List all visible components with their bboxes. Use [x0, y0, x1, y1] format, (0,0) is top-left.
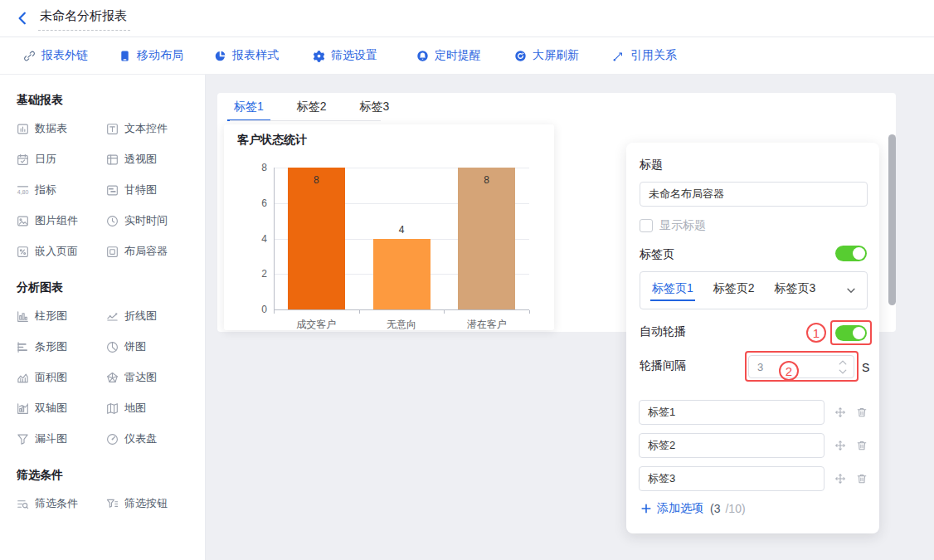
sidebar-section-title: 筛选条件 [17, 468, 205, 483]
canvas-tab-3[interactable]: 标签3 [357, 98, 393, 121]
sidebar-item-image[interactable]: 图片组件 [17, 213, 106, 228]
trash-icon[interactable] [856, 440, 868, 451]
sidebar-item-column-chart[interactable]: 柱形图 [17, 309, 106, 324]
move-icon[interactable] [834, 440, 846, 451]
sidebar-item-gauge[interactable]: 仪表盘 [106, 431, 196, 446]
sidebar-item-text-widget[interactable]: 文本控件 [106, 121, 196, 136]
show-title-checkbox[interactable] [640, 219, 653, 232]
sidebar-item-label: 雷达图 [124, 370, 157, 385]
sidebar-item-area-chart[interactable]: 面积图 [17, 370, 106, 385]
chevron-down-icon[interactable] [845, 285, 857, 296]
svg-text:4,80: 4,80 [17, 188, 29, 194]
toolbar-item-filter-settings[interactable]: 筛选设置 [313, 37, 377, 74]
panel-tab-page-1[interactable]: 标签页1 [650, 278, 695, 303]
sidebar-item-gantt[interactable]: 甘特图 [106, 183, 196, 197]
sidebar-item-label: 实时时间 [124, 213, 168, 228]
toolbar-item-report-link[interactable]: 报表外链 [23, 37, 88, 74]
column-chart-icon [17, 310, 29, 323]
toolbar-item-screen-refresh[interactable]: 大屏刷新 [514, 37, 579, 74]
sidebar-item-filter-button[interactable]: 筛选按钮 [106, 496, 196, 511]
sidebar-item-label: 布局容器 [124, 244, 168, 259]
x-axis [274, 309, 529, 310]
move-icon[interactable] [834, 473, 846, 485]
mobile-icon [119, 50, 131, 62]
toggle-knob [853, 247, 865, 260]
spinner-up-icon[interactable] [839, 358, 847, 367]
trash-icon[interactable] [856, 473, 868, 485]
toolbar-item-mobile-layout[interactable]: 移动布局 [119, 37, 183, 74]
add-option-button[interactable]: 添加选项 [657, 501, 703, 516]
sidebar-item-label: 筛选按钮 [124, 496, 168, 511]
show-title-row: 显示标题 [640, 218, 706, 233]
option-count-current: (3 [710, 502, 720, 515]
sidebar-item-line-chart[interactable]: 折线图 [106, 309, 196, 324]
pie-icon [214, 50, 226, 62]
refresh-icon [514, 50, 527, 62]
gauge-icon [106, 433, 119, 446]
canvas-tab-1[interactable]: 标签1 [231, 98, 267, 121]
sidebar-item-label: 数据表 [35, 121, 67, 136]
y-tick-label: 8 [247, 162, 267, 173]
canvas-tab-strip: 标签1标签2标签3 [231, 98, 392, 121]
tabs-toggle[interactable] [835, 246, 867, 261]
option-input-2[interactable] [639, 433, 825, 458]
sidebar-item-container[interactable]: 布局容器 [106, 244, 196, 259]
sidebar-item-calendar[interactable]: 日历 [17, 152, 106, 167]
plus-icon[interactable] [640, 503, 652, 514]
toolbar-item-label: 定时提醒 [435, 48, 481, 63]
sidebar-item-filter-condition[interactable]: 筛选条件 [17, 496, 106, 511]
chart-card[interactable]: 客户状态统计 024688成交客户4无意向8潜在客户 [224, 124, 554, 330]
sidebar-item-radar-chart[interactable]: 雷达图 [106, 370, 196, 385]
container-title-input[interactable] [640, 182, 868, 207]
vertical-scrollbar[interactable] [888, 134, 896, 305]
panel-tab-page-2[interactable]: 标签页2 [712, 278, 756, 303]
spinner-down-icon[interactable] [839, 367, 847, 376]
pivot-icon [106, 153, 119, 166]
bar-成交客户[interactable] [288, 168, 345, 309]
toolbar-item-label: 大屏刷新 [533, 48, 579, 63]
back-icon[interactable] [15, 10, 32, 27]
sidebar-item-realtime[interactable]: 实时时间 [106, 213, 196, 228]
number-spinner [835, 357, 850, 377]
bar-潜在客户[interactable] [458, 168, 515, 309]
canvas-tab-2[interactable]: 标签2 [294, 98, 330, 121]
move-icon[interactable] [834, 407, 846, 418]
auto-carousel-toggle[interactable] [835, 325, 867, 341]
sidebar-item-pie-chart[interactable]: 饼图 [106, 339, 196, 354]
sidebar-item-label: 筛选条件 [35, 496, 78, 511]
option-input-3[interactable] [639, 466, 825, 491]
settings-panel: 标题 显示标题 标签页 标签页1标签页2标签页3 自动轮播 1 轮播间隔 2 S… [626, 143, 879, 533]
sidebar-item-dual-axis[interactable]: 双轴图 [17, 401, 106, 416]
sidebar-item-label: 日历 [35, 152, 56, 167]
option-count-total: /10) [725, 502, 745, 515]
sidebar-item-metric[interactable]: 4,80指标 [17, 183, 106, 197]
bar-无意向[interactable] [373, 239, 431, 310]
sidebar-item-pivot[interactable]: 透视图 [106, 152, 196, 167]
option-input-1[interactable] [639, 400, 825, 425]
title-field-label: 标题 [640, 158, 663, 173]
toolbar-item-report-style[interactable]: 报表样式 [214, 37, 279, 74]
sidebar-item-bar-chart[interactable]: 条形图 [17, 339, 106, 354]
option-row-3 [639, 466, 868, 491]
sidebar-item-label: 甘特图 [124, 183, 157, 197]
toolbar-item-timed-reminder[interactable]: 定时提醒 [416, 37, 481, 74]
map-icon [106, 402, 119, 415]
x-category-label: 潜在客户 [444, 318, 529, 332]
sidebar-item-embed-page[interactable]: 嵌入页面 [17, 244, 106, 259]
funnel-icon [17, 433, 29, 446]
toolbar-item-reference-relation[interactable]: 引用关系 [612, 37, 677, 74]
chart-title: 客户状态统计 [237, 133, 307, 148]
calendar-icon [17, 153, 29, 166]
link-icon [23, 50, 36, 62]
sidebar-item-data-table[interactable]: 数据表 [17, 121, 106, 136]
page-title[interactable]: 未命名分析报表 [38, 7, 130, 31]
filter-lines-icon [17, 498, 29, 510]
bar-chart-icon [17, 341, 29, 353]
sidebar-item-funnel[interactable]: 漏斗图 [17, 431, 106, 446]
sidebar: 基础报表数据表文本控件日历透视图4,80指标甘特图图片组件实时时间嵌入页面布局容… [0, 75, 206, 560]
trash-icon[interactable] [856, 407, 868, 418]
bar-value-label: 4 [373, 224, 431, 236]
pie2-icon [106, 341, 119, 353]
sidebar-item-map[interactable]: 地图 [106, 401, 196, 416]
panel-tab-page-3[interactable]: 标签页3 [773, 278, 818, 303]
